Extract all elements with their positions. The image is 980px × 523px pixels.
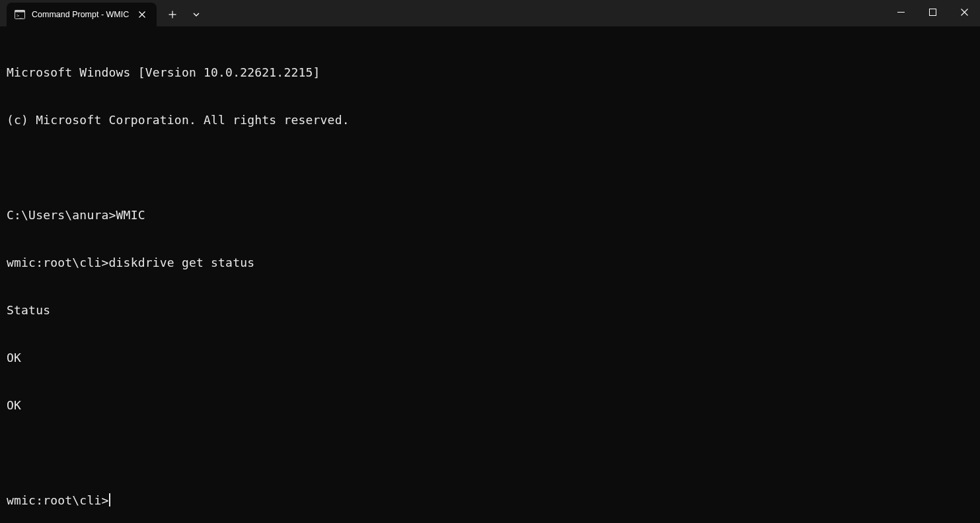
svg-rect-1 xyxy=(15,11,25,13)
svg-rect-8 xyxy=(929,9,936,15)
terminal-line: (c) Microsoft Corporation. All rights re… xyxy=(7,112,973,128)
tabs-area: >_ Command Prompt - WMIC xyxy=(0,0,208,26)
close-button[interactable] xyxy=(948,0,980,24)
terminal-line: OK xyxy=(7,350,973,366)
tab-close-button[interactable] xyxy=(135,8,149,21)
terminal-line: OK xyxy=(7,398,973,413)
terminal-prompt: wmic:root\cli> xyxy=(7,493,109,507)
new-tab-button[interactable] xyxy=(161,4,184,25)
terminal-icon: >_ xyxy=(15,9,25,20)
terminal-output[interactable]: Microsoft Windows [Version 10.0.22621.22… xyxy=(0,26,980,523)
terminal-line: C:\Users\anura>WMIC xyxy=(7,207,973,223)
terminal-prompt-line: wmic:root\cli> xyxy=(7,493,973,508)
titlebar: >_ Command Prompt - WMIC xyxy=(0,0,980,26)
tab-title: Command Prompt - WMIC xyxy=(32,10,129,19)
tab-dropdown-button[interactable] xyxy=(184,4,208,25)
svg-text:>_: >_ xyxy=(17,13,22,18)
titlebar-drag-area[interactable] xyxy=(208,0,885,26)
terminal-line xyxy=(7,445,973,461)
terminal-line xyxy=(7,160,973,176)
terminal-line: Status xyxy=(7,302,973,318)
cursor xyxy=(109,493,110,506)
minimize-button[interactable] xyxy=(885,0,917,24)
terminal-line: Microsoft Windows [Version 10.0.22621.22… xyxy=(7,65,973,81)
window-controls xyxy=(885,0,980,26)
tab-actions xyxy=(157,3,208,26)
terminal-line: wmic:root\cli>diskdrive get status xyxy=(7,255,973,271)
maximize-button[interactable] xyxy=(917,0,948,24)
tab-active[interactable]: >_ Command Prompt - WMIC xyxy=(7,3,157,26)
